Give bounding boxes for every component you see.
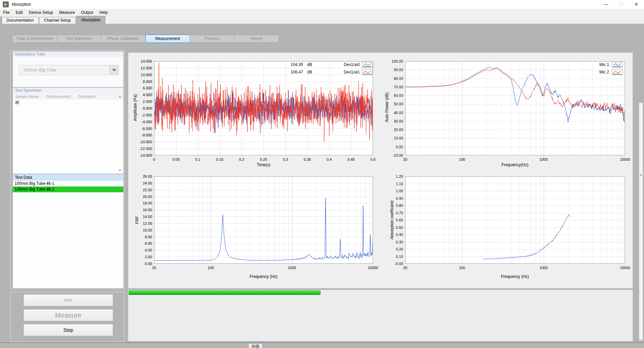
time-waveform-graph [154, 61, 373, 155]
menu-item-help[interactable]: Help [96, 9, 111, 16]
axis-tick: 12.000 [132, 66, 152, 70]
axis-tick: 0.60 [383, 218, 403, 222]
axis-tick: 0.30 [383, 240, 403, 244]
axis-tick: 0.50 [383, 225, 403, 230]
impedance-tube-header: Impendace Tube [13, 51, 123, 57]
window-title: Absorption [12, 0, 31, 9]
list-item[interactable]: 100mm Big Tube-棉-1 [13, 181, 123, 187]
axis-tick: 100.00 [383, 59, 403, 63]
menu-item-measure[interactable]: Measure [56, 9, 78, 16]
legend-line-icon[interactable] [612, 69, 623, 75]
axis-tick: 20 [395, 266, 415, 270]
menu-item-file[interactable]: File [0, 9, 13, 16]
axis-tick: 0.90 [383, 196, 403, 200]
axis-tick: 0.70 [383, 211, 403, 215]
specimen-column-header: Thickness(mm) [43, 93, 76, 100]
axis-tick: 0 [144, 157, 164, 161]
axis-tick: 6.000 [132, 86, 152, 90]
legend-label-dev1-ai0: Dev1/ai0 [336, 62, 360, 67]
axis-tick: 100 [452, 266, 472, 270]
chevron-down-icon[interactable] [109, 65, 119, 75]
axis-tick: 40.00 [383, 111, 403, 115]
axis-tick: -10.00 [383, 153, 403, 157]
axis-tick: 0.00 [132, 262, 152, 266]
axis-tick: 30.00 [383, 119, 403, 123]
legend-label-mic1: Mic 1 [590, 62, 609, 67]
test-data-list: 100mm Big Tube-棉-1100mm Big Tube-棉-2 [13, 181, 123, 288]
list-item[interactable]: 100mm Big Tube-棉-2 [13, 187, 123, 192]
axis-tick: -10.000 [132, 140, 152, 144]
axis-tick: 70.00 [383, 85, 403, 89]
subtab-measurement[interactable]: Measurement [145, 35, 190, 43]
absorption-coefficient-graph [405, 176, 625, 264]
tube-select-value: 100mm Big Tube [19, 65, 119, 75]
clipped-bottom-tab[interactable]: 画图 [248, 343, 263, 348]
subtab-report[interactable]: Report [234, 35, 279, 43]
table-row[interactable]: 棉 [13, 100, 123, 106]
axis-tick: 4.000 [132, 93, 152, 97]
axis-tick: 26.00 [132, 174, 152, 178]
subtab-process[interactable]: Process [190, 35, 234, 43]
legend-line-icon[interactable] [612, 62, 623, 68]
legend-line-icon[interactable] [362, 62, 373, 68]
axis-tick: 0.40 [383, 233, 403, 237]
axis-tick: 14.00 [132, 215, 152, 219]
legend-label-dev1-ai1: Dev1/ai1 [336, 70, 360, 74]
test-data-header: Test Data [13, 174, 123, 181]
axis-tick: 100 [201, 266, 221, 270]
axis-tick: 16.00 [132, 208, 152, 212]
axis-tick: 10.00 [383, 136, 403, 140]
legend-label-mic2: Mic 2 [590, 70, 609, 74]
axis-tick: 14.000 [132, 59, 152, 63]
action-buttons-panel: Arm Measure Stop [10, 292, 124, 342]
axis-tick: 20.00 [132, 195, 152, 199]
axis-tick: 22.00 [132, 188, 152, 192]
bottom-panel [128, 290, 633, 341]
tube-select-dropdown[interactable]: 100mm Big Tube [19, 65, 119, 75]
axis-tick: -0.00 [383, 262, 403, 266]
close-icon[interactable]: ✕ [629, 0, 644, 9]
legend-line-icon[interactable] [362, 69, 373, 75]
minimize-icon[interactable]: — [598, 0, 614, 9]
tab-absorption[interactable]: Absorption [76, 16, 105, 24]
axis-tick: 10000 [363, 266, 383, 270]
axis-tick: 4.00 [132, 248, 152, 252]
measure-button[interactable]: Measure [23, 309, 113, 321]
axis-tick: 2.00 [132, 255, 152, 259]
scroll-up-icon[interactable] [119, 96, 121, 97]
level-readout-ai0: 104.35dB [291, 62, 312, 67]
menu-item-edit[interactable]: Edit [13, 9, 26, 16]
right-splitter[interactable]: < [639, 103, 643, 340]
chart3-x-axis-label: Frequency (Hz) [236, 274, 291, 279]
chart4-x-axis-label: Frequency (Hz) [488, 274, 542, 279]
axis-tick: 0.15 [210, 157, 230, 161]
axis-tick: 8.000 [132, 80, 152, 84]
subtab-tube-environment[interactable]: Tube & Environment [12, 35, 57, 43]
arm-button[interactable]: Arm [23, 294, 113, 306]
app-icon: ▶ [3, 1, 9, 7]
menu-item-device-setup[interactable]: Device Setup [26, 9, 56, 16]
maximize-icon[interactable]: ☐ [614, 0, 629, 9]
chart1-x-axis-label: Time(s) [236, 162, 291, 167]
axis-tick: 18.00 [132, 201, 152, 205]
stop-button[interactable]: Stop [23, 324, 113, 336]
tab-channel-setup[interactable]: Channel Setup [39, 17, 76, 24]
tab-documentation[interactable]: Documentation [2, 17, 39, 24]
axis-tick: 1000 [534, 266, 554, 270]
axis-tick: 1.20 [383, 174, 403, 178]
axis-tick: 0.25 [253, 157, 274, 161]
axis-tick: -2.000 [132, 113, 152, 117]
scroll-down-icon[interactable] [119, 170, 121, 171]
axis-tick: -14.000 [132, 153, 152, 157]
axis-tick: -6.000 [132, 127, 152, 131]
axis-tick: 0.00 [383, 145, 403, 149]
specimen-sample-name: 棉 [13, 100, 43, 106]
subtab-test-specimen[interactable]: Test Specimen [57, 35, 101, 43]
specimen-table-header: Sample NameThickness(mm)Discription [13, 93, 123, 100]
axis-tick: 1000 [282, 266, 302, 270]
subtab-phase-calibration[interactable]: Phase Calibration [101, 35, 146, 43]
axis-tick: 0.10 [383, 255, 403, 259]
axis-tick: 0.05 [166, 157, 186, 161]
axis-tick: 0.80 [383, 203, 403, 208]
menu-item-output[interactable]: Output [78, 9, 96, 16]
